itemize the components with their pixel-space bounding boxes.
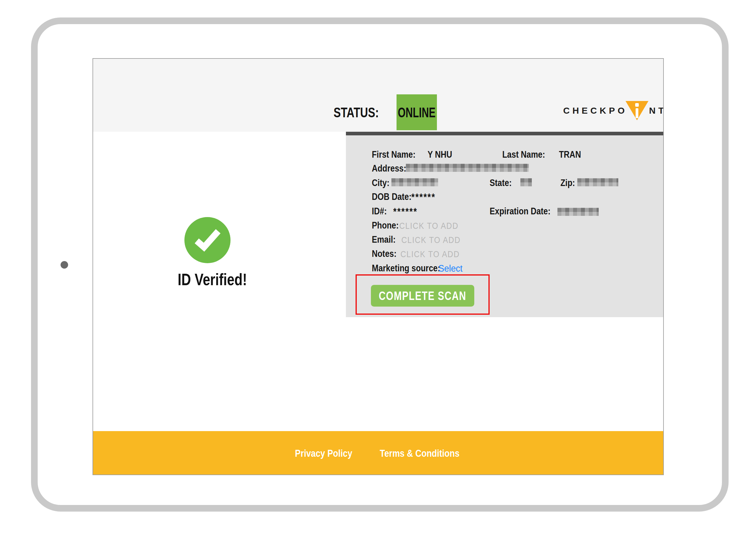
last-name-value: TRAN xyxy=(559,149,581,160)
id-expiration-row: ID#: ****** Expiration Date: xyxy=(346,206,664,218)
dob-row: DOB Date: ****** xyxy=(346,191,664,204)
first-name-value: Y NHU xyxy=(428,149,452,160)
privacy-policy-link[interactable]: Privacy Policy xyxy=(295,448,352,459)
email-row: Email: CLICK TO ADD xyxy=(346,234,664,247)
phone-label: Phone: xyxy=(372,220,399,231)
dob-label: DOB Date: xyxy=(372,191,412,202)
complete-scan-label: COMPLETE SCAN xyxy=(379,289,467,303)
app-footer: Privacy Policy Terms & Conditions xyxy=(93,431,663,475)
brand-wordmark-prefix: CHECKPO xyxy=(563,105,627,116)
city-state-zip-row: City: State: Zip: xyxy=(346,178,664,190)
expiration-date-label: Expiration Date: xyxy=(490,206,551,217)
marketing-source-label: Marketing source: xyxy=(372,263,440,274)
state-label: State: xyxy=(490,178,512,188)
id-number-value: ****** xyxy=(393,206,418,217)
brand-triangle-i-icon xyxy=(626,101,648,120)
name-row: First Name: Y NHU Last Name: TRAN xyxy=(346,149,664,162)
notes-add-field[interactable]: CLICK TO ADD xyxy=(400,249,460,259)
address-row: Address: xyxy=(346,163,664,176)
notes-label: Notes: xyxy=(372,248,396,259)
email-label: Email: xyxy=(372,234,396,245)
phone-add-field[interactable]: CLICK TO ADD xyxy=(399,221,459,231)
email-add-field[interactable]: CLICK TO ADD xyxy=(401,235,461,245)
brand-wordmark-suffix: NT xyxy=(649,105,664,116)
last-name-label: Last Name: xyxy=(502,149,545,160)
brand-logo: CHECKPO NT xyxy=(563,101,664,120)
check-circle-icon xyxy=(184,217,230,263)
expiration-date-redacted xyxy=(557,208,599,216)
complete-scan-button[interactable]: COMPLETE SCAN xyxy=(371,285,474,307)
header-divider xyxy=(346,132,664,135)
notes-row: Notes: CLICK TO ADD xyxy=(346,248,664,261)
id-number-label: ID#: xyxy=(372,206,387,217)
status-badge: ONLINE xyxy=(396,94,437,130)
address-label: Address: xyxy=(372,163,406,174)
first-name-label: First Name: xyxy=(372,149,416,160)
phone-row: Phone: CLICK TO ADD xyxy=(346,220,664,233)
home-button[interactable] xyxy=(61,261,68,268)
customer-info-panel: First Name: Y NHU Last Name: TRAN Addres… xyxy=(346,135,664,317)
app-screen: STATUS: ONLINE CHECKPO NT xyxy=(93,58,664,475)
page: STATUS: ONLINE CHECKPO NT xyxy=(0,0,756,533)
status-value: ONLINE xyxy=(398,104,435,121)
id-verified-message: ID Verified! xyxy=(178,270,247,289)
zip-label: Zip: xyxy=(560,178,575,188)
city-label: City: xyxy=(372,178,390,188)
status-row: STATUS: ONLINE xyxy=(334,94,437,130)
city-redacted xyxy=(392,178,438,186)
status-label: STATUS: xyxy=(334,104,379,121)
zip-redacted xyxy=(577,178,618,186)
terms-conditions-link[interactable]: Terms & Conditions xyxy=(380,448,460,459)
address-redacted xyxy=(406,164,529,172)
state-redacted xyxy=(520,178,532,186)
marketing-source-row: Marketing source: Select xyxy=(346,263,664,275)
marketing-source-select-link[interactable]: Select xyxy=(438,263,463,274)
app-header: STATUS: ONLINE CHECKPO NT xyxy=(93,59,663,132)
dob-value: ****** xyxy=(411,191,436,203)
